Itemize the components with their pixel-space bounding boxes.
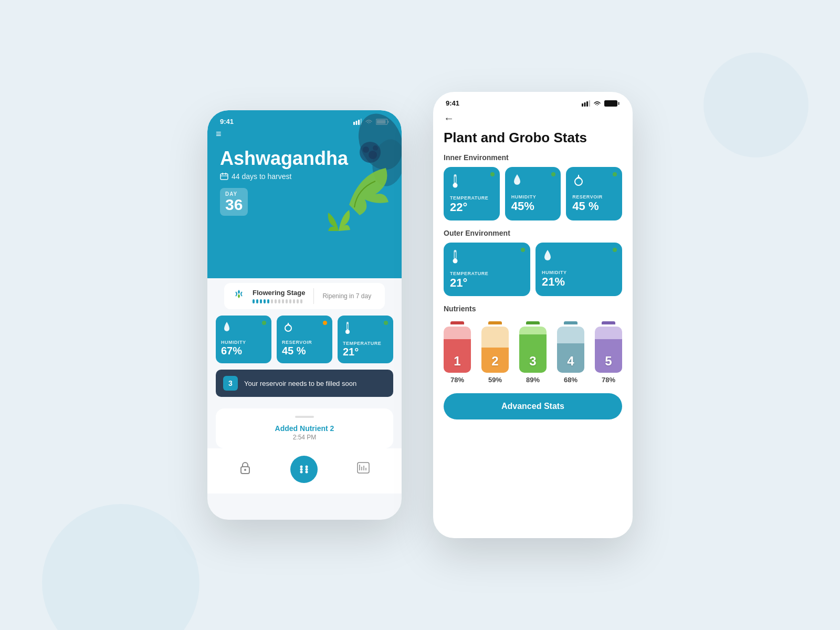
plant-name: Ashwagandha xyxy=(220,148,389,169)
lock-svg xyxy=(239,461,251,475)
svg-rect-2 xyxy=(358,120,360,125)
inner-reservoir-label: RESERVOIR xyxy=(572,194,616,200)
lock-nav-icon[interactable] xyxy=(239,461,251,478)
grid-nav-icon[interactable] xyxy=(290,456,318,483)
scene: 9:41 xyxy=(0,0,840,630)
svg-point-23 xyxy=(244,469,246,471)
advanced-stats-button[interactable]: Advanced Stats xyxy=(444,393,622,419)
activity-text: Added Nutrient 2 xyxy=(223,424,386,433)
phone1-hero: Ashwagandha 44 days to harvest DAY 36 xyxy=(207,140,402,216)
battery-body-5: 5 xyxy=(595,327,622,373)
svg-point-29 xyxy=(305,471,308,474)
stage-info: Flowering Stage xyxy=(253,289,305,303)
svg-rect-43 xyxy=(455,176,456,183)
nutrient-pct-4: 68% xyxy=(564,376,578,384)
inner-humidity-label: HUMIDITY xyxy=(511,194,555,200)
stage-divider xyxy=(313,288,314,304)
inner-reservoir-card: RESERVOIR 45 % xyxy=(566,167,622,220)
nutrient-item-5: 5 78% xyxy=(595,321,622,384)
battery-body-2: 2 xyxy=(481,327,509,373)
temp-svg xyxy=(343,321,352,334)
phone2-status-bar: 9:41 xyxy=(433,92,633,107)
inner-env-label: Inner Environment xyxy=(433,153,633,167)
outer-humidity-value: 21% xyxy=(542,275,616,289)
svg-rect-38 xyxy=(589,100,591,107)
outer-humidity-label: HUMIDITY xyxy=(542,270,616,275)
inner-temp-card: TEMPERATURE 22° xyxy=(444,167,500,220)
back-button[interactable]: ← xyxy=(433,107,633,130)
stage-logo xyxy=(232,289,246,303)
temp-icon xyxy=(343,321,388,338)
chart-nav-icon[interactable] xyxy=(357,462,370,477)
svg-rect-5 xyxy=(377,120,386,123)
nutrient-pct-3: 89% xyxy=(526,376,540,384)
svg-rect-39 xyxy=(604,100,617,107)
battery-icon xyxy=(376,119,389,125)
svg-point-26 xyxy=(300,468,302,471)
battery-body-1: 1 xyxy=(444,327,471,373)
svg-rect-7 xyxy=(220,174,228,180)
bg-decoration-right xyxy=(704,52,808,158)
battery-number-3: 3 xyxy=(529,354,536,369)
reservoir-icon xyxy=(282,321,327,337)
svg-point-25 xyxy=(305,466,308,468)
stage-dots xyxy=(253,299,305,303)
svg-rect-48 xyxy=(455,252,456,258)
inner-temp-value: 22° xyxy=(450,201,494,214)
inner-env-cards: TEMPERATURE 22° HUMIDITY 45% xyxy=(433,167,633,229)
battery-number-1: 1 xyxy=(454,354,460,369)
battery-number-4: 4 xyxy=(567,354,574,369)
bg-decoration-left xyxy=(42,504,200,630)
phone1-status-bar: 9:41 xyxy=(207,110,402,125)
wifi-icon xyxy=(365,119,373,125)
inner-reservoir-svg xyxy=(572,173,585,187)
inner-temp-label: TEMPERATURE xyxy=(450,195,494,201)
svg-point-28 xyxy=(300,471,302,474)
svg-rect-3 xyxy=(361,119,362,125)
phone1-nav xyxy=(207,448,402,494)
stat-card-humidity: HUMIDITY 67% xyxy=(216,316,271,363)
page-title: Plant and Grobo Stats xyxy=(433,130,633,153)
activity-card: Added Nutrient 2 2:54 PM xyxy=(216,408,393,448)
alert-bar: 3 Your reservoir needs to be filled soon xyxy=(216,370,393,397)
reservoir-value: 45 % xyxy=(282,345,327,357)
phone2-time: 9:41 xyxy=(446,99,459,107)
svg-rect-1 xyxy=(356,121,358,125)
humidity-icon xyxy=(221,321,266,337)
svg-point-17 xyxy=(285,325,291,331)
stage-bar: Flowering Stage Ripening in 7 day xyxy=(224,283,385,309)
reservoir-svg xyxy=(282,321,295,333)
svg-point-24 xyxy=(300,466,302,468)
humidity-value: 67% xyxy=(221,345,266,357)
svg-rect-40 xyxy=(618,102,620,105)
svg-rect-36 xyxy=(584,102,586,107)
day-badge: DAY 36 xyxy=(220,188,248,216)
alert-number: 3 xyxy=(223,376,238,391)
day-number: 36 xyxy=(225,197,243,213)
nutrient-item-3: 3 89% xyxy=(519,321,547,384)
harvest-row: 44 days to harvest xyxy=(220,172,389,181)
outer-humidity-dot xyxy=(613,248,617,252)
phone2-status-icons xyxy=(582,100,620,107)
menu-icon[interactable]: ≡ xyxy=(207,125,402,140)
inner-humidity-icon xyxy=(511,173,555,190)
nutrients-section: Nutrients 1 78% 2 59% 3 89% 4 68% xyxy=(433,304,633,384)
inner-temp-icon xyxy=(450,173,494,191)
card-handle xyxy=(295,416,314,418)
harvest-text: 44 days to harvest xyxy=(232,172,291,181)
outer-temp-icon xyxy=(450,249,524,267)
outer-humidity-svg xyxy=(542,249,553,262)
back-arrow-icon: ← xyxy=(444,112,454,124)
inner-reservoir-value: 45 % xyxy=(572,200,616,213)
outer-temp-card: TEMPERATURE 21° xyxy=(444,243,530,296)
outer-temp-value: 21° xyxy=(450,276,524,290)
wifi-icon-2 xyxy=(593,100,601,107)
inner-humidity-svg xyxy=(511,173,523,187)
svg-rect-0 xyxy=(353,122,355,125)
calendar-icon xyxy=(220,173,228,180)
activity-nutrient: Nutrient 2 xyxy=(300,424,334,433)
inner-humidity-card: HUMIDITY 45% xyxy=(505,167,561,220)
outer-humidity-card: HUMIDITY 21% xyxy=(536,243,622,296)
temp-label: TEMPERATURE xyxy=(343,341,388,346)
svg-point-47 xyxy=(453,259,458,264)
